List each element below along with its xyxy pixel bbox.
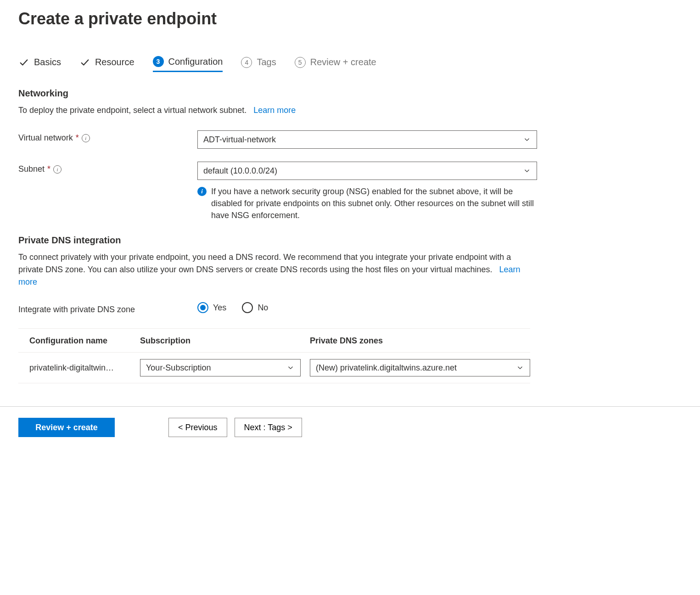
col-header-subscription: Subscription (140, 336, 310, 346)
previous-button[interactable]: < Previous (168, 418, 227, 437)
radio-label: Yes (213, 303, 226, 313)
dns-description: To connect privately with your private e… (18, 251, 537, 288)
integrate-yes-radio[interactable]: Yes (197, 302, 226, 313)
networking-heading: Networking (18, 88, 682, 99)
dns-table-header: Configuration name Subscription Private … (18, 329, 530, 352)
step-tags[interactable]: 4 Tags (241, 57, 276, 72)
step-label: Configuration (168, 56, 223, 67)
review-create-button[interactable]: Review + create (18, 418, 115, 437)
chevron-down-icon (523, 167, 531, 175)
networking-description: To deploy the private endpoint, select a… (18, 104, 537, 117)
label-text: Subnet (18, 164, 45, 174)
step-configuration[interactable]: 3 Configuration (153, 56, 223, 72)
step-label: Resource (95, 57, 134, 67)
step-number-icon: 4 (241, 57, 252, 68)
required-indicator: * (47, 164, 50, 174)
select-value: (New) privatelink.digitaltwins.azure.net (316, 363, 457, 373)
integrate-label: Integrate with private DNS zone (18, 302, 197, 314)
virtual-network-label: Virtual network * i (18, 130, 197, 143)
table-row: privatelink-digitaltwin… Your-Subscripti… (18, 352, 530, 383)
step-label: Review + create (310, 57, 376, 67)
info-circle-icon: i (197, 187, 207, 196)
step-basics[interactable]: Basics (18, 57, 61, 72)
radio-unselected-icon (242, 302, 253, 313)
integrate-no-radio[interactable]: No (242, 302, 268, 313)
info-icon[interactable]: i (53, 165, 62, 174)
subnet-select[interactable]: default (10.0.0.0/24) (197, 162, 537, 180)
select-value: default (10.0.0.0/24) (203, 166, 277, 176)
info-icon[interactable]: i (82, 134, 90, 142)
page-title: Create a private endpoint (18, 9, 682, 28)
subscription-select[interactable]: Your-Subscription (140, 359, 301, 376)
networking-description-text: To deploy the private endpoint, select a… (18, 106, 246, 115)
chevron-down-icon (523, 135, 531, 144)
subnet-info-note: i If you have a network security group (… (197, 185, 537, 221)
dns-heading: Private DNS integration (18, 235, 682, 246)
next-button[interactable]: Next : Tags > (235, 418, 302, 437)
step-number-icon: 3 (153, 56, 164, 67)
dns-zone-select[interactable]: (New) privatelink.digitaltwins.azure.net (310, 359, 530, 376)
subnet-label: Subnet * i (18, 162, 197, 174)
step-label: Basics (34, 57, 61, 67)
step-label: Tags (257, 57, 276, 67)
subnet-note-text: If you have a network security group (NS… (211, 185, 537, 221)
check-icon (18, 57, 29, 68)
label-text: Integrate with private DNS zone (18, 305, 135, 314)
required-indicator: * (76, 133, 79, 143)
virtual-network-select[interactable]: ADT-virtual-network (197, 130, 537, 149)
chevron-down-icon (516, 364, 524, 372)
select-value: ADT-virtual-network (203, 135, 276, 145)
chevron-down-icon (286, 364, 295, 372)
step-review-create[interactable]: 5 Review + create (295, 57, 376, 72)
radio-label: No (258, 303, 268, 313)
dns-description-text: To connect privately with your private e… (18, 253, 511, 274)
step-number-icon: 5 (295, 57, 306, 68)
radio-selected-icon (197, 302, 208, 313)
col-header-config: Configuration name (18, 336, 140, 346)
cell-config-name: privatelink-digitaltwin… (18, 363, 140, 373)
step-resource[interactable]: Resource (79, 57, 134, 72)
check-icon (79, 57, 90, 68)
wizard-steps: Basics Resource 3 Configuration 4 Tags 5… (18, 56, 682, 72)
label-text: Virtual network (18, 133, 73, 143)
integrate-radio-group: Yes No (197, 302, 537, 313)
col-header-zone: Private DNS zones (310, 336, 530, 346)
footer-bar: Review + create < Previous Next : Tags > (18, 407, 682, 437)
dns-table: Configuration name Subscription Private … (18, 328, 530, 383)
networking-learn-more-link[interactable]: Learn more (253, 106, 296, 115)
select-value: Your-Subscription (146, 363, 211, 373)
